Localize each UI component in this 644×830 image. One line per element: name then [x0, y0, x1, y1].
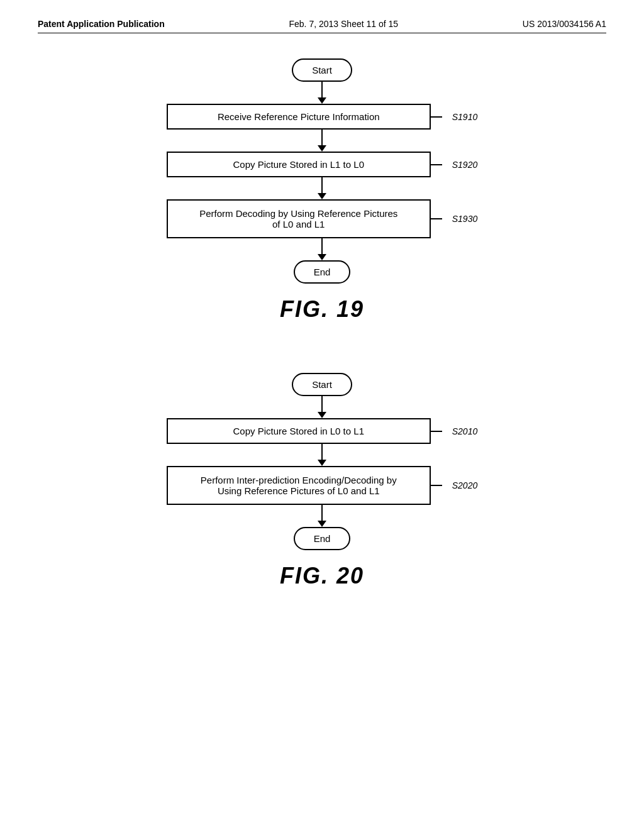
fig20-start: Start — [292, 373, 352, 396]
page-header: Patent Application Publication Feb. 7, 2… — [38, 19, 606, 33]
fig19-step1: Receive Reference Picture Information — [167, 104, 431, 130]
fig20-end: End — [294, 527, 351, 550]
page: Patent Application Publication Feb. 7, 2… — [0, 0, 644, 830]
fig19-step3-dash — [431, 218, 442, 219]
fig19-arrow1 — [318, 82, 326, 104]
fig20-step1-label-line: S2010 — [431, 426, 477, 436]
fig19-step3-label: S1930 — [452, 214, 477, 224]
fig20-step2-label: S2020 — [452, 480, 477, 490]
fig20-step2-label-line: S2020 — [431, 480, 477, 490]
fig20-step2: Perform Inter-prediction Encoding/Decodi… — [167, 466, 431, 505]
fig20-caption: FIG. 20 — [280, 563, 364, 589]
fig19-flowchart: Start Receive Reference Picture Informat… — [167, 58, 477, 284]
fig19-step2-label-line: S1920 — [431, 160, 477, 170]
fig19-step3-label-line: S1930 — [431, 214, 477, 224]
fig20-start-row: Start — [292, 373, 352, 396]
fig19-step2-label: S1920 — [452, 160, 477, 170]
fig20-section: Start Copy Picture Stored in L0 to L1 S2… — [38, 373, 606, 621]
fig19-step2: Copy Picture Stored in L1 to L0 — [167, 152, 431, 177]
fig19-arrow4 — [318, 238, 326, 260]
fig20-step2-dash — [431, 485, 442, 486]
fig20-arrow3 — [318, 505, 326, 527]
fig20-step1-label: S2010 — [452, 426, 477, 436]
fig19-step2-dash — [431, 164, 442, 165]
fig19-arrow2 — [318, 130, 326, 152]
fig19-step3-row: Perform Decoding by Using Reference Pict… — [167, 199, 477, 238]
fig19-end-row: End — [294, 260, 351, 284]
fig19-start: Start — [292, 58, 352, 82]
fig19-step1-dash — [431, 116, 442, 118]
patent-number-label: US 2013/0034156 A1 — [523, 19, 606, 29]
fig20-step2-row: Perform Inter-prediction Encoding/Decodi… — [167, 466, 477, 505]
fig20-end-row: End — [294, 527, 351, 550]
fig20-step1: Copy Picture Stored in L0 to L1 — [167, 418, 431, 444]
fig20-step1-dash — [431, 431, 442, 432]
fig19-end: End — [294, 260, 351, 284]
fig19-step3: Perform Decoding by Using Reference Pict… — [167, 199, 431, 238]
fig19-step1-row: Receive Reference Picture Information S1… — [167, 104, 477, 130]
fig19-arrow3 — [318, 177, 326, 199]
fig20-arrow1 — [318, 396, 326, 418]
fig19-step1-label-line: S1910 — [431, 112, 477, 122]
fig19-start-row: Start — [292, 58, 352, 82]
date-sheet-label: Feb. 7, 2013 Sheet 11 of 15 — [289, 19, 399, 29]
fig19-step2-row: Copy Picture Stored in L1 to L0 S1920 — [167, 152, 477, 177]
fig20-step1-row: Copy Picture Stored in L0 to L1 S2010 — [167, 418, 477, 444]
fig19-section: Start Receive Reference Picture Informat… — [38, 58, 606, 354]
fig19-step1-label: S1910 — [452, 112, 477, 122]
publication-label: Patent Application Publication — [38, 19, 165, 29]
fig19-caption: FIG. 19 — [280, 296, 364, 323]
fig20-arrow2 — [318, 444, 326, 466]
fig20-flowchart: Start Copy Picture Stored in L0 to L1 S2… — [167, 373, 477, 550]
